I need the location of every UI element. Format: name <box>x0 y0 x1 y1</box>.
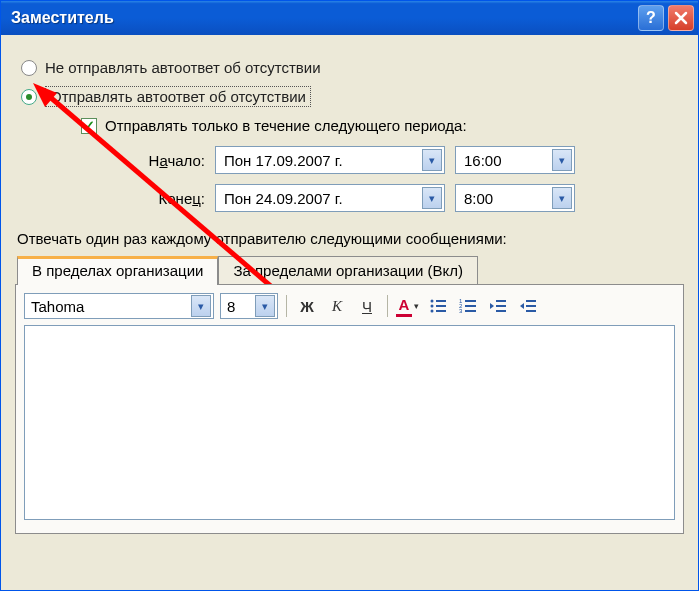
start-date-field[interactable]: Пон 17.09.2007 г. ▾ <box>215 146 445 174</box>
chevron-down-icon[interactable]: ▾ <box>422 187 442 209</box>
window-title: Заместитель <box>11 9 114 27</box>
font-size-value: 8 <box>227 298 235 315</box>
svg-rect-9 <box>465 305 476 307</box>
radio-label: Не отправлять автоответ об отсутствии <box>45 59 321 76</box>
font-color-button[interactable]: А ▾ <box>396 294 420 318</box>
radio-send[interactable]: Отправлять автоответ об отсутствии <box>21 86 684 107</box>
end-row: Конец: Пон 24.09.2007 г. ▾ 8:00 ▾ <box>125 184 684 212</box>
font-select[interactable]: Tahoma ▾ <box>24 293 214 319</box>
chevron-down-icon[interactable]: ▾ <box>191 295 211 317</box>
end-date-field[interactable]: Пон 24.09.2007 г. ▾ <box>215 184 445 212</box>
editor-toolbar: Tahoma ▾ 8 ▾ Ж К Ч А ▾ <box>24 293 675 319</box>
editor-textarea[interactable] <box>24 325 675 520</box>
dialog-body: Не отправлять автоответ об отсутствии От… <box>1 35 698 590</box>
start-label: Начало: <box>125 152 205 169</box>
font-color-icon: А <box>396 295 412 317</box>
separator <box>387 295 388 317</box>
end-time-value: 8:00 <box>464 190 493 207</box>
svg-point-4 <box>431 310 434 313</box>
chevron-down-icon[interactable]: ▾ <box>552 149 572 171</box>
svg-rect-14 <box>496 310 506 312</box>
close-button[interactable] <box>668 5 694 31</box>
chevron-down-icon[interactable]: ▾ <box>552 187 572 209</box>
titlebar-buttons: ? <box>638 5 694 31</box>
start-row: Начало: Пон 17.09.2007 г. ▾ 16:00 ▾ <box>125 146 684 174</box>
svg-rect-16 <box>526 305 536 307</box>
tab-inside-org[interactable]: В пределах организации <box>17 256 218 285</box>
svg-rect-3 <box>436 305 446 307</box>
editor-pane: Tahoma ▾ 8 ▾ Ж К Ч А ▾ <box>15 284 684 534</box>
start-date-value: Пон 17.09.2007 г. <box>224 152 343 169</box>
increase-indent-button[interactable] <box>516 294 540 318</box>
svg-rect-7 <box>465 300 476 302</box>
out-of-office-dialog: Заместитель ? Не отправлять автоответ об… <box>0 0 699 591</box>
radio-label: Отправлять автоответ об отсутствии <box>45 86 311 107</box>
numbered-list-button[interactable]: 123 <box>456 294 480 318</box>
italic-button[interactable]: К <box>325 294 349 318</box>
checkbox-label: Отправлять только в течение следующего п… <box>105 117 467 134</box>
font-name-value: Tahoma <box>31 298 84 315</box>
svg-point-2 <box>431 305 434 308</box>
start-time-field[interactable]: 16:00 ▾ <box>455 146 575 174</box>
titlebar: Заместитель ? <box>1 1 698 35</box>
svg-rect-1 <box>436 300 446 302</box>
reply-label: Отвечать один раз каждому отправителю сл… <box>17 230 684 247</box>
start-time-value: 16:00 <box>464 152 502 169</box>
checkbox-icon: ✓ <box>81 118 97 134</box>
tabs: В пределах организации За пределами орга… <box>17 255 684 284</box>
end-time-field[interactable]: 8:00 ▾ <box>455 184 575 212</box>
svg-rect-5 <box>436 310 446 312</box>
font-size-select[interactable]: 8 ▾ <box>220 293 278 319</box>
checkbox-only-period[interactable]: ✓ Отправлять только в течение следующего… <box>81 117 684 134</box>
separator <box>286 295 287 317</box>
end-label: Конец: <box>125 190 205 207</box>
radio-icon <box>21 60 37 76</box>
decrease-indent-button[interactable] <box>486 294 510 318</box>
svg-rect-13 <box>496 305 506 307</box>
svg-point-0 <box>431 300 434 303</box>
chevron-down-icon[interactable]: ▾ <box>412 295 420 317</box>
radio-icon <box>21 89 37 105</box>
radio-do-not-send[interactable]: Не отправлять автоответ об отсутствии <box>21 59 684 76</box>
svg-text:3: 3 <box>459 308 463 314</box>
underline-button[interactable]: Ч <box>355 294 379 318</box>
bold-button[interactable]: Ж <box>295 294 319 318</box>
chevron-down-icon[interactable]: ▾ <box>422 149 442 171</box>
end-date-value: Пон 24.09.2007 г. <box>224 190 343 207</box>
chevron-down-icon[interactable]: ▾ <box>255 295 275 317</box>
bulleted-list-button[interactable] <box>426 294 450 318</box>
svg-rect-15 <box>526 300 536 302</box>
svg-rect-17 <box>526 310 536 312</box>
svg-rect-11 <box>465 310 476 312</box>
svg-rect-12 <box>496 300 506 302</box>
tab-outside-org[interactable]: За пределами организации (Вкл) <box>218 256 478 285</box>
help-button[interactable]: ? <box>638 5 664 31</box>
